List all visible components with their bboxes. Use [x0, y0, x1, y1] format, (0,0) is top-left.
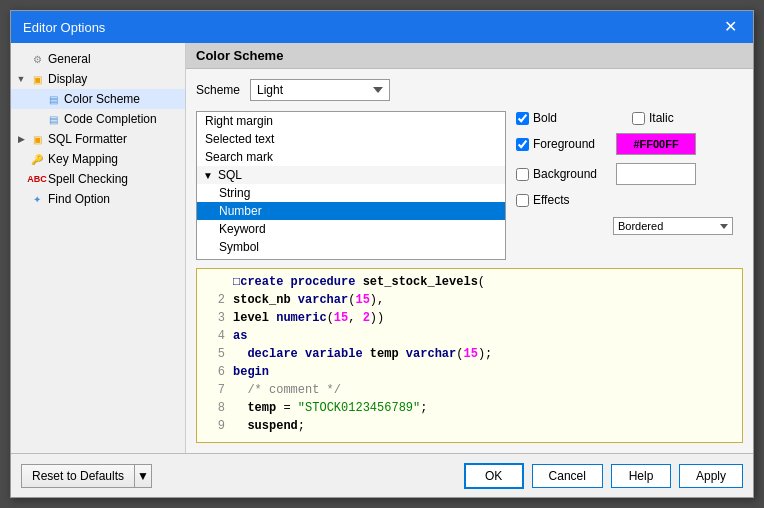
effects-row: Effects [516, 193, 743, 207]
gear-icon: ⚙ [29, 51, 45, 67]
code-line-2: 2 stock_nb varchar(15), [197, 291, 742, 309]
reset-dropdown-button[interactable]: ▼ [134, 464, 152, 488]
sidebar-item-display[interactable]: ▼ ▣ Display [11, 69, 185, 89]
sidebar-item-label-code-completion: Code Completion [64, 112, 157, 126]
italic-checkbox[interactable] [632, 112, 645, 125]
code-line-9: 9 suspend; [197, 417, 742, 435]
italic-label: Italic [649, 111, 724, 125]
ok-button[interactable]: OK [464, 463, 524, 489]
expand-icon-sc [15, 173, 27, 185]
background-row: Background [516, 163, 743, 185]
list-item-string[interactable]: String [197, 184, 505, 202]
left-panel: ⚙ General ▼ ▣ Display ▤ Color Scheme ▤ C… [11, 43, 186, 453]
sidebar-item-label-find-option: Find Option [48, 192, 110, 206]
sidebar-item-label-sql-formatter: SQL Formatter [48, 132, 127, 146]
effects-checkbox-group: Effects [516, 193, 608, 207]
foreground-label: Foreground [533, 137, 608, 151]
list-item-number[interactable]: Number [197, 202, 505, 220]
dialog-title: Editor Options [23, 20, 105, 35]
background-checkbox[interactable] [516, 168, 529, 181]
sidebar-item-code-completion[interactable]: ▤ Code Completion [11, 109, 185, 129]
sidebar-item-find-option[interactable]: ✦ Find Option [11, 189, 185, 209]
sidebar-item-key-mapping[interactable]: 🔑 Key Mapping [11, 149, 185, 169]
expand-icon-cs [31, 93, 43, 105]
cancel-button[interactable]: Cancel [532, 464, 603, 488]
effects-select-row: Bordered Underline Wave underline None [516, 217, 743, 235]
reset-group: Reset to Defaults ▼ [21, 464, 152, 488]
right-panel: Color Scheme Scheme Light Dark Classic [186, 43, 753, 453]
code-preview: □create procedure set_stock_levels( 2 st… [196, 268, 743, 443]
help-button[interactable]: Help [611, 464, 671, 488]
editor-options-dialog: Editor Options ✕ ⚙ General ▼ ▣ Display ▤… [10, 10, 754, 498]
list-group-sql[interactable]: ▼ SQL [197, 166, 505, 184]
scheme-select[interactable]: Light Dark Classic [250, 79, 390, 101]
bold-label: Bold [533, 111, 608, 125]
list-item-search-mark[interactable]: Search mark [197, 148, 505, 166]
expand-icon-cc [31, 113, 43, 125]
code-line-5: 5 declare variable temp varchar(15); [197, 345, 742, 363]
folder-icon-sql: ▣ [29, 131, 45, 147]
sidebar-item-color-scheme[interactable]: ▤ Color Scheme [11, 89, 185, 109]
expand-icon-sql: ▶ [15, 133, 27, 145]
dialog-body: ⚙ General ▼ ▣ Display ▤ Color Scheme ▤ C… [11, 43, 753, 453]
list-item-symbol[interactable]: Symbol [197, 238, 505, 256]
code-line-7: 7 /* comment */ [197, 381, 742, 399]
italic-checkbox-group: Italic [632, 111, 724, 125]
list-item-selected-text[interactable]: Selected text [197, 130, 505, 148]
code-line-6: 6 begin [197, 363, 742, 381]
title-bar: Editor Options ✕ [11, 11, 753, 43]
group-expand-icon: ▼ [201, 168, 215, 182]
key-icon: 🔑 [29, 151, 45, 167]
scheme-label: Scheme [196, 83, 240, 97]
expand-icon-general [15, 53, 27, 65]
reset-defaults-button[interactable]: Reset to Defaults [21, 464, 134, 488]
section-content: Scheme Light Dark Classic Right margin [186, 69, 753, 453]
sidebar-item-label-spell-checking: Spell Checking [48, 172, 128, 186]
sidebar-item-label-display: Display [48, 72, 87, 86]
foreground-row: Foreground #FF00FF [516, 133, 743, 155]
sidebar-item-label-key-mapping: Key Mapping [48, 152, 118, 166]
abc-icon: ABC [29, 171, 45, 187]
background-label: Background [533, 167, 608, 181]
sidebar-item-label-general: General [48, 52, 91, 66]
code-line-4: 4 as [197, 327, 742, 345]
find-icon: ✦ [29, 191, 45, 207]
expand-icon-display: ▼ [15, 73, 27, 85]
effects-select[interactable]: Bordered Underline Wave underline None [613, 217, 733, 235]
foreground-checkbox[interactable] [516, 138, 529, 151]
list-item-keyword[interactable]: Keyword [197, 220, 505, 238]
section-header: Color Scheme [186, 43, 753, 69]
foreground-color-swatch[interactable]: #FF00FF [616, 133, 696, 155]
code-line-3: 3 level numeric(15, 2)) [197, 309, 742, 327]
sidebar-item-label-color-scheme: Color Scheme [64, 92, 140, 106]
foreground-checkbox-group: Foreground [516, 137, 608, 151]
close-button[interactable]: ✕ [720, 19, 741, 35]
expand-icon-fo [15, 193, 27, 205]
background-checkbox-group: Background [516, 167, 608, 181]
sidebar-item-spell-checking[interactable]: ABC Spell Checking [11, 169, 185, 189]
color-list[interactable]: Right margin Selected text Search mark ▼… [196, 111, 506, 260]
bold-checkbox[interactable] [516, 112, 529, 125]
list-item-right-margin[interactable]: Right margin [197, 112, 505, 130]
apply-button[interactable]: Apply [679, 464, 743, 488]
bold-checkbox-group: Bold [516, 111, 608, 125]
sidebar-item-general[interactable]: ⚙ General [11, 49, 185, 69]
effects-checkbox[interactable] [516, 194, 529, 207]
folder-icon-display: ▣ [29, 71, 45, 87]
bold-italic-row: Bold Italic [516, 111, 743, 125]
properties-panel: Bold Italic Foreground [516, 111, 743, 260]
page-icon-cs: ▤ [45, 91, 61, 107]
code-line-8: 8 temp = "STOCK0123456789"; [197, 399, 742, 417]
main-area: Right margin Selected text Search mark ▼… [196, 111, 743, 260]
code-line-1: □create procedure set_stock_levels( [197, 273, 742, 291]
scheme-row: Scheme Light Dark Classic [196, 79, 743, 101]
effects-label: Effects [533, 193, 608, 207]
bottom-bar: Reset to Defaults ▼ OK Cancel Help Apply [11, 453, 753, 497]
background-color-swatch[interactable] [616, 163, 696, 185]
sidebar-item-sql-formatter[interactable]: ▶ ▣ SQL Formatter [11, 129, 185, 149]
expand-icon-km [15, 153, 27, 165]
page-icon-cc: ▤ [45, 111, 61, 127]
